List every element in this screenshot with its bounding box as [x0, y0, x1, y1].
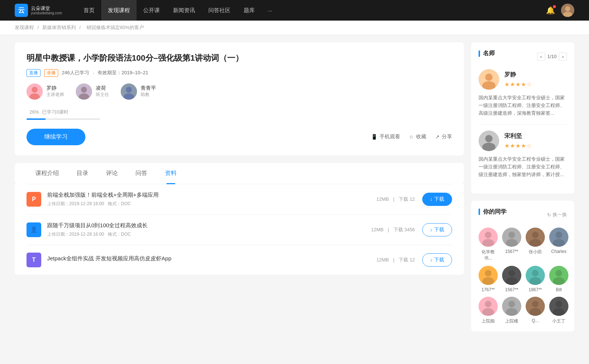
- tabs: 课程介绍 目录 评论 问答 资料: [27, 163, 452, 184]
- share-button[interactable]: ↗ 分享: [435, 133, 452, 140]
- course-valid: 有效期至：2019–10–21: [98, 69, 148, 76]
- classmate-avatar[interactable]: [549, 297, 568, 316]
- tab-intro[interactable]: 课程介绍: [27, 163, 68, 184]
- classmate-avatar[interactable]: [502, 297, 521, 316]
- logo-text: 云朵课堂 yunduoketang.com: [31, 6, 62, 15]
- sidebar-teacher-1-desc: 国内某重点大学安全工程专业硕士，国家一级注册消防工程师、注册安全工程师、高级注册…: [479, 94, 567, 117]
- sidebar-teacher-1-avatar: [479, 69, 499, 90]
- classmate-item: Bill: [549, 266, 568, 292]
- navigation: 云 云朵课堂 yunduoketang.com 首页 发现课程 公开课 新闻资讯…: [0, 0, 589, 21]
- classmate-avatar[interactable]: [502, 228, 521, 247]
- resource-stats-1: 12MB | 下载 3456: [370, 226, 416, 233]
- resource-list: P 前端全栈加强版！前端全栈+全周期+多端应用 上传日期：2019-12-28 …: [15, 184, 464, 275]
- classmate-avatar[interactable]: [479, 266, 498, 285]
- classmate-item: 1767**: [479, 266, 498, 292]
- classmate-avatar[interactable]: [526, 266, 545, 285]
- classmate-item: Q...: [526, 297, 545, 324]
- refresh-button[interactable]: ↻ 换一换: [547, 211, 567, 218]
- classmate-name: 1767**: [482, 287, 495, 292]
- download-button-0[interactable]: ↓ 下载: [422, 193, 452, 206]
- content-area: 明星中教授课，小学阶段语法100分–强化级第1讲动词（一） 直播 录播 246人…: [15, 42, 464, 339]
- svg-point-52: [556, 301, 562, 307]
- pagination-text: 1/10: [547, 54, 557, 59]
- user-avatar[interactable]: [561, 4, 574, 17]
- sidebar-teacher-1-header: 罗静 ★★★★☆: [479, 69, 567, 90]
- star-icon: ☆: [409, 134, 414, 140]
- resource-icon-0: P: [27, 192, 41, 207]
- sidebar-teacher-2: 宋利坚 ★★★★☆ 国内某重点大学安全工程专业硕士，国家一级注册消防工程师、注册…: [479, 131, 567, 178]
- nav-quiz[interactable]: 题库: [237, 0, 261, 21]
- resource-icon-2: T: [27, 253, 41, 267]
- resource-name-2: Jetpack全组件实战 开发短视频应用高仿皮皮虾App: [47, 255, 369, 262]
- classmate-avatar[interactable]: [526, 297, 545, 316]
- breadcrumb-link-discover[interactable]: 发现课程: [15, 25, 34, 30]
- svg-point-38: [529, 277, 541, 285]
- download-button-2[interactable]: ↓ 下载: [422, 253, 452, 267]
- svg-point-17: [482, 143, 495, 151]
- course-actions: 继续学习 📱 手机观看 ☆ 收藏 ↗ 分享: [27, 129, 452, 145]
- progress-section: 26%已学习0课时: [27, 108, 452, 120]
- breadcrumb-current: 销冠修炼术搞定80%的客户: [87, 25, 144, 30]
- nav-qa[interactable]: 问答社区: [202, 0, 237, 21]
- classmate-item: 上院楼: [502, 297, 521, 324]
- refresh-icon: ↻: [547, 212, 551, 218]
- breadcrumb-link-series[interactable]: 新媒体营销系列: [42, 25, 76, 30]
- classmate-avatar[interactable]: [479, 228, 498, 247]
- svg-point-13: [485, 74, 493, 81]
- classmate-avatar[interactable]: [526, 228, 545, 247]
- progress-text: 已学习0课时: [42, 109, 68, 115]
- nav-news[interactable]: 新闻资讯: [166, 0, 202, 21]
- classmate-item: 小王丁: [549, 297, 568, 324]
- prev-teacher-button[interactable]: ‹: [537, 53, 545, 61]
- svg-point-19: [485, 232, 491, 238]
- teachers-card-header: 名师 ‹ 1/10 ›: [479, 50, 567, 63]
- svg-point-16: [485, 135, 493, 142]
- classmate-avatar[interactable]: [549, 228, 568, 247]
- teacher-2: 凌荷 班主任: [76, 83, 109, 100]
- tab-catalog[interactable]: 目录: [68, 163, 97, 184]
- tabs-bar: 课程介绍 目录 评论 问答 资料: [15, 163, 464, 184]
- teacher-3-info: 青青平 助教: [141, 85, 156, 98]
- teacher-divider: [479, 124, 567, 125]
- svg-point-4: [32, 87, 38, 93]
- tabs-resource-container: 课程介绍 目录 评论 问答 资料 P 前端全栈加强版！前端全栈+全周期+多端应用…: [15, 163, 464, 275]
- tab-qa[interactable]: 问答: [127, 163, 156, 184]
- sidebar-teacher-2-name: 宋利坚: [504, 132, 532, 140]
- continue-learning-button[interactable]: 继续学习: [27, 129, 85, 145]
- teacher-2-role: 班主任: [96, 92, 109, 98]
- breadcrumb-sep1: /: [38, 25, 40, 30]
- teacher-list: 罗静 主讲老师 凌荷 班主任: [27, 83, 452, 100]
- sidebar-teacher-2-desc: 国内某重点大学安全工程专业硕士，国家一级注册消防工程师、注册安全工程师、级注册建…: [479, 156, 567, 178]
- next-teacher-button[interactable]: ›: [559, 53, 567, 61]
- classmate-avatar[interactable]: [549, 266, 568, 285]
- classmate-name: 1567**: [505, 249, 518, 254]
- classmate-avatar[interactable]: [502, 266, 521, 285]
- sidebar-teacher-1-info: 罗静 ★★★★☆: [504, 71, 532, 88]
- teachers-pagination: ‹ 1/10 ›: [537, 53, 567, 61]
- svg-point-37: [532, 270, 539, 276]
- classmate-name: 化学教书...: [479, 249, 498, 261]
- nav-more[interactable]: ···: [261, 0, 279, 21]
- phone-view-button[interactable]: 📱 手机观看: [371, 133, 400, 140]
- svg-point-32: [482, 277, 494, 285]
- svg-point-31: [485, 270, 491, 276]
- download-button-1[interactable]: ↓ 下载: [422, 223, 452, 236]
- teacher-1-role: 主讲老师: [46, 92, 64, 98]
- svg-point-53: [553, 308, 565, 316]
- svg-point-44: [482, 308, 494, 316]
- action-buttons: 📱 手机观看 ☆ 收藏 ↗ 分享: [371, 133, 452, 140]
- collect-button[interactable]: ☆ 收藏: [409, 133, 426, 140]
- teacher-1-info: 罗静 主讲老师: [46, 85, 64, 98]
- teacher-3-name: 青青平: [141, 85, 156, 92]
- sidebar-teacher-2-info: 宋利坚 ★★★★☆: [504, 132, 532, 149]
- breadcrumb: 发现课程 / 新媒体营销系列 / 销冠修炼术搞定80%的客户: [0, 21, 589, 35]
- tab-review[interactable]: 评论: [97, 163, 127, 184]
- svg-point-10: [126, 87, 132, 93]
- bell-icon[interactable]: 🔔: [546, 6, 555, 15]
- nav-open[interactable]: 公开课: [137, 0, 166, 21]
- tab-resource[interactable]: 资料: [156, 163, 186, 184]
- classmate-avatar[interactable]: [479, 297, 498, 316]
- nav-discover[interactable]: 发现课程: [101, 0, 137, 21]
- logo[interactable]: 云 云朵课堂 yunduoketang.com: [15, 4, 62, 17]
- nav-home[interactable]: 首页: [77, 0, 101, 21]
